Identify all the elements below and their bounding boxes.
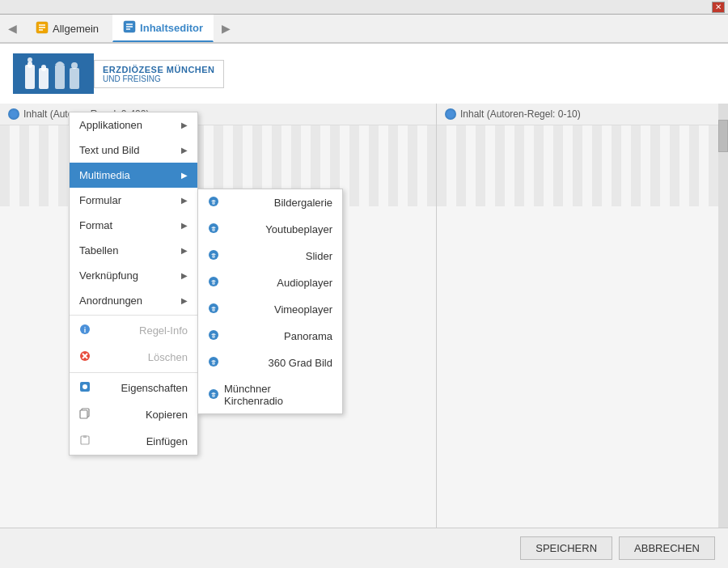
scrollbar-thumb[interactable] xyxy=(718,120,728,152)
audioplayer-icon xyxy=(208,276,219,290)
tab-inhaltseditor[interactable]: Inhaltseditor xyxy=(112,15,214,42)
menu-item-regel-info[interactable]: i Regel-Info xyxy=(70,317,197,344)
vimeoplayer-icon xyxy=(208,303,219,316)
svg-point-4 xyxy=(28,57,32,62)
svg-point-19 xyxy=(212,201,215,205)
right-panel-label: Inhalt (Autoren-Regel: 0-10) xyxy=(437,104,728,125)
tab-allgemein[interactable]: Allgemein xyxy=(25,15,109,42)
menu-item-loschen[interactable]: Löschen xyxy=(70,344,197,371)
menu-arrow-formular: ▶ xyxy=(181,196,188,205)
cancel-button[interactable]: ABBRECHEN xyxy=(619,536,715,560)
tab-bar: ◀ Allgemein Inhaltseditor ▶ xyxy=(0,15,728,44)
eigenschaften-icon xyxy=(79,381,91,395)
right-panel-globe-icon xyxy=(445,108,456,120)
menu-item-applikationen[interactable]: Applikationen ▶ xyxy=(70,112,197,138)
menu-item-audioplayer[interactable]: Audioplayer xyxy=(198,269,342,296)
menu-item-360-grad-bild[interactable]: 360 Grad Bild xyxy=(198,350,342,376)
right-panel-content xyxy=(437,125,728,206)
svg-point-25 xyxy=(212,282,215,285)
tab-inhaltseditor-label: Inhaltseditor xyxy=(140,22,203,34)
menu-arrow-tabellen: ▶ xyxy=(181,246,188,255)
logo-blue-section xyxy=(13,53,94,94)
menu-item-vimeoplayer[interactable]: Vimeoplayer xyxy=(198,296,342,323)
menu-item-youtubeplayer[interactable]: Youtubeplayer xyxy=(198,216,342,243)
svg-point-27 xyxy=(212,308,215,312)
menu-arrow-applikationen: ▶ xyxy=(181,121,188,129)
tab-inhaltseditor-icon xyxy=(123,20,136,36)
svg-rect-8 xyxy=(70,68,79,89)
menu-item-slider[interactable]: Slider xyxy=(198,243,342,269)
menu-item-multimedia[interactable]: Multimedia ▶ xyxy=(70,163,197,188)
context-menu-primary: Applikationen ▶ Text und Bild ▶ Multimed… xyxy=(69,112,198,456)
save-button[interactable]: SPEICHERN xyxy=(520,536,612,560)
logo-text-section: ERZDIÖZESE MÜNCHEN UND FREISING xyxy=(94,60,224,88)
svg-point-31 xyxy=(212,362,215,365)
scrollbar-right[interactable] xyxy=(718,104,728,568)
svg-point-33 xyxy=(212,394,215,397)
menu-arrow-text-und-bild: ▶ xyxy=(181,146,188,155)
menu-item-tabellen[interactable]: Tabellen ▶ xyxy=(70,238,197,263)
menu-item-panorama[interactable]: Panorama xyxy=(198,323,342,350)
360-grad-bild-icon xyxy=(208,356,219,370)
menu-arrow-format: ▶ xyxy=(181,221,188,230)
left-panel-globe-icon xyxy=(8,108,19,120)
menu-item-bildergalerie[interactable]: Bildergalerie xyxy=(198,189,342,216)
svg-rect-2 xyxy=(25,65,35,89)
logo-subtitle: UND FREISING xyxy=(103,74,215,83)
menu-item-anordnungen[interactable]: Anordnungen ▶ xyxy=(70,288,197,313)
forward-arrow[interactable]: ▶ xyxy=(217,19,235,38)
back-arrow[interactable]: ◀ xyxy=(3,19,22,38)
menu-arrow-multimedia: ▶ xyxy=(181,171,188,180)
menu-arrow-verknupfung: ▶ xyxy=(181,271,188,280)
einfugen-icon xyxy=(79,434,91,448)
svg-point-29 xyxy=(212,335,215,338)
slider-icon xyxy=(208,249,219,263)
right-panel: Inhalt (Autoren-Regel: 0-10) xyxy=(437,104,728,568)
menu-item-munchner-kirchenradio[interactable]: Münchner Kirchenradio xyxy=(198,376,342,413)
menu-item-format[interactable]: Format ▶ xyxy=(70,213,197,238)
tab-allgemein-label: Allgemein xyxy=(53,23,99,35)
logo-box: ERZDIÖZESE MÜNCHEN UND FREISING xyxy=(13,53,715,94)
menu-arrow-anordnungen: ▶ xyxy=(181,296,188,305)
context-menu-secondary: Bildergalerie Youtubeplayer xyxy=(197,189,343,414)
munchner-kirchenradio-icon xyxy=(208,388,219,402)
content-section: Inhalt (Autoren-Regel: 0-400) Applikatio… xyxy=(0,104,728,568)
bildergalerie-icon xyxy=(208,196,219,210)
kopieren-icon xyxy=(79,408,91,422)
svg-point-14 xyxy=(83,384,87,389)
panorama-icon xyxy=(208,329,219,343)
svg-rect-3 xyxy=(28,61,32,68)
svg-rect-16 xyxy=(80,410,87,418)
svg-point-23 xyxy=(212,255,215,258)
loschen-icon xyxy=(79,350,91,364)
right-panel-label-text: Inhalt (Autoren-Regel: 0-10) xyxy=(460,108,581,120)
svg-point-9 xyxy=(71,62,78,69)
youtubeplayer-icon xyxy=(208,223,219,236)
close-button[interactable]: ✕ xyxy=(712,2,725,13)
bottom-bar: SPEICHERN ABBRECHEN xyxy=(0,528,728,568)
logo-title: ERZDIÖZESE MÜNCHEN xyxy=(103,65,215,74)
title-bar: ✕ xyxy=(0,0,728,15)
menu-item-kopieren[interactable]: Kopieren xyxy=(70,401,197,428)
menu-divider-1 xyxy=(70,315,197,316)
svg-rect-6 xyxy=(41,65,46,71)
menu-divider-2 xyxy=(70,372,197,373)
svg-rect-7 xyxy=(55,65,65,89)
svg-point-21 xyxy=(212,228,215,231)
main-area: ERZDIÖZESE MÜNCHEN UND FREISING Inhalt (… xyxy=(0,44,728,568)
menu-item-einfugen[interactable]: Einfügen xyxy=(70,428,197,455)
menu-item-formular[interactable]: Formular ▶ xyxy=(70,188,197,213)
svg-text:i: i xyxy=(84,326,87,334)
menu-item-text-und-bild[interactable]: Text und Bild ▶ xyxy=(70,138,197,163)
logo-area: ERZDIÖZESE MÜNCHEN UND FREISING xyxy=(0,44,728,104)
regel-info-icon: i xyxy=(79,324,91,337)
menu-item-verknupfung[interactable]: Verknüpfung ▶ xyxy=(70,263,197,288)
left-panel: Inhalt (Autoren-Regel: 0-400) Applikatio… xyxy=(0,104,437,568)
tab-allgemein-icon xyxy=(36,21,49,36)
left-panel-label: Inhalt (Autoren-Regel: 0-400) xyxy=(0,104,436,125)
menu-item-eigenschaften[interactable]: Eigenschaften xyxy=(70,375,197,401)
